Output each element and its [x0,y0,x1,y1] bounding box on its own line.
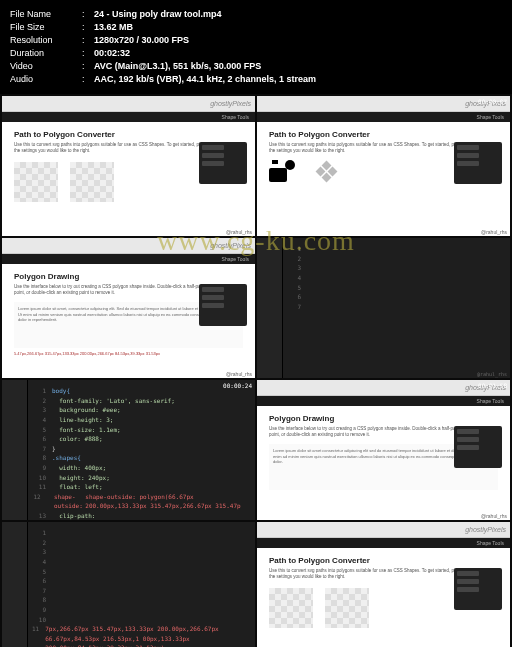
code-line: .shapes{ [52,453,81,463]
diamonds-icon [313,160,341,182]
timestamp: 00:01:58 [478,382,507,389]
meta-label-dur: Duration [10,47,82,60]
code-line: float: left; [59,482,102,492]
settings-sidebar[interactable] [454,426,502,468]
credit: @rahul_rhs [481,229,507,235]
thumbnail-2[interactable]: 00:00:07 ghostlyPixels Shape Tools Path … [257,96,510,236]
nav-shape-tools[interactable]: Shape Tools [222,256,249,262]
code-line: font-size: 1.1em; [59,425,120,435]
editor-area[interactable]: 1 2 3 4 5 6 7 [257,238,510,311]
meta-val-filename: 24 - Using poly draw tool.mp4 [94,8,222,21]
preview-box-right [70,162,114,202]
thumbnail-4[interactable]: 1 2 3 4 5 6 7 @rahul_rhs [257,238,510,378]
page-title: Path to Polygon Converter [269,130,498,139]
code-line: body{ [52,386,70,396]
page-title: Polygon Drawing [14,272,243,281]
editor-area[interactable]: 1 2 3 4 5 6 7 8 9 10 117px,266.67px 315.… [2,522,255,647]
meta-label-filename: File Name [10,8,82,21]
code-line: clip-path: [59,511,95,520]
browser-chrome: ghostlyPixels [257,522,510,538]
thumbnail-8[interactable]: ghostlyPixels Shape Tools Path to Polygo… [257,522,510,647]
thumbnail-5[interactable]: 00:00:24 1body{ 2 font-family: 'Lato', s… [2,380,255,520]
page-title: Polygon Drawing [269,414,498,423]
logo-text: ghostlyPixels [210,242,251,249]
code-line: 7px,266.67px 315.47px,133.33px 200.00px,… [45,624,251,647]
preview-box-left [269,588,313,628]
meta-label-size: File Size [10,21,82,34]
code-line: shape-outside: polygon(66.67px 200.00px,… [85,492,251,511]
code-line: background: #eee; [59,405,120,415]
credit: @rahul_rhs [226,371,252,377]
meta-val-res: 1280x720 / 30.000 FPS [94,34,189,47]
settings-sidebar[interactable] [454,568,502,610]
credit: @rahul_rhs [477,371,507,377]
meta-label-video: Video [10,60,82,73]
meta-val-size: 13.62 MB [94,21,133,34]
browser-chrome: ghostlyPixels [257,96,510,112]
timestamp: 00:00:07 [478,98,507,105]
credit: @rahul_rhs [226,229,252,235]
settings-sidebar[interactable] [199,142,247,184]
logo-text: ghostlyPixels [465,526,506,533]
credit: @rahul_rhs [481,513,507,519]
timestamp: 00:00:24 [223,382,252,389]
meta-label-audio: Audio [10,73,82,86]
page-title: Path to Polygon Converter [269,556,498,565]
settings-sidebar[interactable] [454,142,502,184]
code-line: color: #888; [59,434,102,444]
nav-shape-tools[interactable]: Shape Tools [222,114,249,120]
thumbnail-3[interactable]: ghostlyPixels Shape Tools Polygon Drawin… [2,238,255,378]
browser-chrome: ghostlyPixels [2,238,255,254]
camera-icon [269,160,295,182]
meta-val-video: AVC (Main@L3.1), 551 kb/s, 30.000 FPS [94,60,261,73]
meta-val-audio: AAC, 192 kb/s (VBR), 44.1 kHz, 2 channel… [94,73,316,86]
code-line: font-family: 'Lato', sans-serif; [59,396,175,406]
editor-area[interactable]: 1body{ 2 font-family: 'Lato', sans-serif… [2,380,255,520]
code-line: line-height: 3; [59,415,113,425]
meta-val-dur: 00:02:32 [94,47,130,60]
polygon-coords: 5.47px,266.67px 315.47px,133.33px 200.00… [14,351,243,356]
editor-sidebar[interactable] [2,380,28,520]
thumbnail-6[interactable]: 00:01:58 ghostlyPixels Shape Tools Polyg… [257,380,510,520]
thumbnail-7[interactable]: 1 2 3 4 5 6 7 8 9 10 117px,266.67px 315.… [2,522,255,647]
logo-text: ghostlyPixels [210,100,251,107]
editor-sidebar[interactable] [257,238,283,378]
browser-chrome: ghostlyPixels [257,380,510,396]
preview-box-right [325,588,369,628]
settings-sidebar[interactable] [199,284,247,326]
browser-chrome: ghostlyPixels [2,96,255,112]
thumbnail-grid: ghostlyPixels Shape Tools Path to Polygo… [0,94,512,647]
nav-shape-tools[interactable]: Shape Tools [477,114,504,120]
code-line: width: 400px; [59,463,106,473]
preview-box-left [14,162,58,202]
editor-sidebar[interactable] [2,522,28,647]
meta-label-res: Resolution [10,34,82,47]
thumbnail-1[interactable]: ghostlyPixels Shape Tools Path to Polygo… [2,96,255,236]
page-title: Path to Polygon Converter [14,130,243,139]
nav-shape-tools[interactable]: Shape Tools [477,398,504,404]
nav-shape-tools[interactable]: Shape Tools [477,540,504,546]
file-metadata-panel: File Name:24 - Using poly draw tool.mp4 … [0,0,512,94]
code-line: height: 240px; [59,473,110,483]
